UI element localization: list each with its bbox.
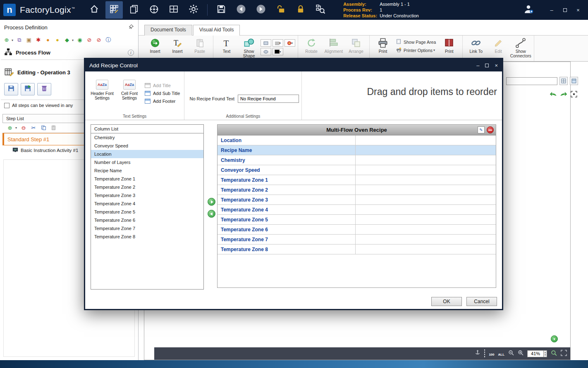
column-list-item[interactable]: Temperature Zone 4 bbox=[91, 199, 203, 208]
print-booklet-button[interactable]: Print bbox=[438, 37, 460, 54]
no-recipe-found-input[interactable] bbox=[238, 95, 299, 103]
cell-font-settings-button[interactable]: AaZa Cell Font Settings bbox=[117, 80, 141, 113]
zoom-in-button[interactable] bbox=[518, 350, 523, 357]
remove-step-button[interactable]: ⊖ bbox=[20, 125, 27, 131]
person-yellow-button[interactable]: ● bbox=[54, 37, 61, 43]
user-account-button[interactable] bbox=[519, 2, 538, 18]
column-list-item[interactable]: Temperature Zone 8 bbox=[91, 233, 203, 241]
info-button[interactable]: ⓘ bbox=[105, 37, 112, 43]
clone-button[interactable]: ⧉ bbox=[16, 37, 23, 43]
dialog-close-button[interactable]: × bbox=[495, 62, 498, 69]
arrange-button[interactable]: Arrange bbox=[345, 37, 367, 54]
link-to-button[interactable]: Link To bbox=[465, 37, 487, 54]
zoom-level-input[interactable] bbox=[527, 350, 544, 357]
person-orange-button[interactable]: ● bbox=[45, 37, 51, 43]
ok-button[interactable]: OK bbox=[431, 297, 462, 306]
dialog-maximize-button[interactable] bbox=[485, 64, 489, 67]
ribbon-tab[interactable]: Document Tools bbox=[144, 25, 192, 36]
navigator-button[interactable] bbox=[145, 1, 163, 19]
edit-button[interactable]: Edit bbox=[488, 37, 509, 54]
fill-color-dropdown[interactable]: ▾ bbox=[272, 48, 283, 55]
window-maximize-button[interactable] bbox=[559, 5, 571, 15]
lock-button[interactable] bbox=[292, 1, 309, 19]
copy-step-button[interactable] bbox=[40, 125, 47, 131]
line-style-dropdown[interactable]: ▾ bbox=[272, 39, 283, 47]
column-list-item[interactable]: Temperature Zone 5 bbox=[91, 208, 203, 216]
redo-button[interactable] bbox=[559, 90, 568, 98]
column-list-item[interactable]: Recipe Name bbox=[91, 166, 203, 175]
audit-search-button[interactable] bbox=[312, 1, 329, 19]
cut-step-button[interactable]: ✂ bbox=[30, 125, 37, 131]
recipe-table-row[interactable]: Temperature Zone 6 bbox=[218, 225, 496, 235]
column-list-item[interactable]: Location bbox=[91, 150, 203, 158]
edit-table-button[interactable]: ✎ bbox=[478, 126, 485, 133]
discard-button[interactable] bbox=[37, 83, 51, 95]
fit-page-button[interactable] bbox=[561, 350, 567, 358]
zoom-all-button[interactable]: ALL bbox=[498, 350, 504, 357]
recipe-table-row[interactable]: Conveyor Speed bbox=[218, 165, 496, 175]
add-title-button[interactable]: Add Title bbox=[145, 83, 180, 88]
scroll-page-button[interactable]: ▾ bbox=[551, 335, 558, 342]
zoom-selection-button[interactable] bbox=[551, 350, 557, 358]
recipe-table-row[interactable]: Temperature Zone 1 bbox=[218, 175, 496, 185]
paste-button[interactable]: Paste bbox=[189, 37, 210, 54]
fit-view-button[interactable] bbox=[570, 90, 578, 98]
column-list-item[interactable]: Temperature Zone 1 bbox=[91, 175, 203, 183]
add-footer-button[interactable]: Add Footer bbox=[145, 99, 180, 104]
table-toggle-button[interactable] bbox=[570, 77, 578, 85]
save-and-close-button[interactable] bbox=[21, 83, 35, 95]
window-close-button[interactable]: × bbox=[572, 5, 584, 15]
add-sub-title-button[interactable]: Add Sub Title bbox=[145, 91, 180, 96]
disable-button[interactable]: ⊘ bbox=[86, 37, 93, 43]
process-editor-button[interactable] bbox=[105, 1, 123, 19]
shape-color-dropdown[interactable]: ▾ bbox=[284, 39, 295, 47]
save-step-button[interactable] bbox=[4, 83, 18, 95]
recipe-table-row[interactable]: Temperature Zone 2 bbox=[218, 185, 496, 195]
grid-toggle-button[interactable] bbox=[559, 77, 568, 85]
rotate-button[interactable]: Rotate bbox=[301, 37, 322, 54]
batch-documents-button[interactable] bbox=[165, 1, 182, 19]
print-button[interactable]: Print bbox=[372, 37, 394, 54]
column-list-item[interactable]: Temperature Zone 3 bbox=[91, 191, 203, 199]
recipe-table-row[interactable]: Temperature Zone 4 bbox=[218, 205, 496, 215]
remove-column-button[interactable] bbox=[208, 210, 215, 218]
process-flow-item[interactable]: Process Flow i bbox=[0, 45, 138, 59]
column-list-item[interactable]: Number of Layers bbox=[91, 158, 203, 166]
header-font-settings-button[interactable]: AaZa Header Font Settings bbox=[90, 80, 114, 113]
undo-button[interactable] bbox=[549, 90, 557, 98]
dialog-titlebar[interactable]: Add Recipe Control – × bbox=[85, 59, 502, 71]
document-templates-button[interactable] bbox=[125, 1, 143, 19]
enable-button[interactable]: ◉ bbox=[76, 37, 83, 43]
column-list-item[interactable]: Temperature Zone 6 bbox=[91, 216, 203, 224]
remove-table-button[interactable] bbox=[487, 126, 494, 133]
diamond-button[interactable]: ◆ bbox=[64, 37, 70, 43]
pin-button[interactable] bbox=[128, 24, 134, 31]
forward-button[interactable] bbox=[252, 1, 270, 19]
recipe-table-row[interactable]: Temperature Zone 7 bbox=[218, 235, 496, 245]
component-button[interactable]: ✱ bbox=[35, 37, 42, 43]
recipe-table-row[interactable]: Chemistry bbox=[218, 155, 496, 165]
ellipse-tool-button[interactable] bbox=[261, 48, 271, 55]
dialog-minimize-button[interactable]: – bbox=[476, 62, 479, 69]
column-list-item[interactable]: Chemistry bbox=[91, 133, 203, 142]
back-button[interactable] bbox=[232, 1, 250, 19]
recipe-table-row[interactable]: Temperature Zone 5 bbox=[218, 215, 496, 225]
show-connectors-button[interactable]: Show Connectors bbox=[510, 37, 531, 58]
ribbon-tab[interactable]: Visual Aid Tools bbox=[193, 25, 240, 36]
cancel-button[interactable]: Cancel bbox=[466, 297, 497, 306]
add-column-button[interactable] bbox=[208, 198, 215, 206]
add-step-button[interactable]: ⊕ bbox=[7, 125, 13, 131]
zoom-spinner[interactable]: ▲▼ bbox=[544, 350, 547, 357]
show-shape-button[interactable]: Show Shape bbox=[238, 37, 260, 58]
add-operation-button[interactable]: ⊕ bbox=[3, 37, 10, 43]
column-list-item[interactable]: Temperature Zone 2 bbox=[91, 183, 203, 191]
paste-step-button[interactable] bbox=[50, 125, 57, 131]
window-minimize-button[interactable]: – bbox=[546, 5, 557, 15]
insert-shape-button[interactable]: Insert bbox=[144, 37, 166, 54]
printer-options-button[interactable]: Printer Options ▾ bbox=[394, 47, 437, 54]
column-list-item[interactable]: Conveyor Speed bbox=[91, 142, 203, 150]
selection-area-button[interactable] bbox=[484, 350, 485, 357]
settings-button[interactable] bbox=[185, 1, 202, 19]
alignment-button[interactable]: Alignment bbox=[323, 37, 344, 54]
show-page-area-button[interactable]: Show Page Area bbox=[394, 38, 437, 45]
